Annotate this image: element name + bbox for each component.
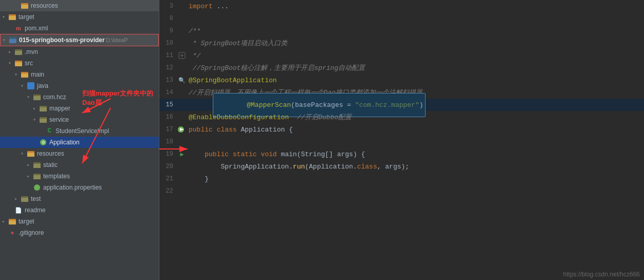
tree-item-comhcz[interactable]: com.hcz <box>0 91 159 103</box>
item-label: mapper <box>49 105 70 112</box>
tree-item-project-root[interactable]: 015-springboot-ssm-provider D:\IdeaP <box>0 34 159 46</box>
folder-icon <box>21 195 29 203</box>
item-label: static <box>43 161 58 169</box>
line-content: import ... <box>187 3 644 10</box>
tree-item-studentserviceimpl[interactable]: C StudentServiceImpl <box>0 125 159 137</box>
file-tree: resources target m pom.xml 015-springboo… <box>0 0 159 280</box>
item-label: templates <box>43 173 70 180</box>
tree-item-appprops[interactable]: application.properties <box>0 182 159 193</box>
line-content: /** <box>187 27 644 35</box>
line-number: 21 <box>159 175 177 182</box>
java-icon <box>27 82 35 90</box>
item-label: java <box>37 82 48 89</box>
item-label: target <box>19 13 34 21</box>
run-icon[interactable]: ▶ <box>180 151 183 158</box>
gitignore-icon: ◈ <box>8 229 16 237</box>
code-line-9: 9 /** <box>159 25 644 37</box>
class-icon: C <box>45 127 53 135</box>
tree-item-test[interactable]: test <box>0 193 159 204</box>
code-line-13: 13 🔍 @SpringBootApplication <box>159 74 644 86</box>
item-label: test <box>31 195 41 202</box>
tree-item-pom[interactable]: m pom.xml <box>0 23 159 34</box>
folder-icon <box>14 48 23 56</box>
line-gutter: 🔍 <box>177 77 187 84</box>
svg-rect-31 <box>9 220 16 225</box>
line-number: 13 <box>159 77 177 84</box>
line-number: 18 <box>159 138 177 145</box>
tree-item-service[interactable]: service <box>0 114 159 125</box>
tree-item-target-bottom[interactable]: target <box>0 216 159 227</box>
svg-rect-12 <box>27 82 34 89</box>
arrow-icon <box>27 94 33 100</box>
tree-item-resources-top[interactable]: resources <box>0 0 159 11</box>
arrow-icon <box>2 14 8 20</box>
svg-rect-22 <box>27 153 34 157</box>
tree-item-main[interactable]: main <box>0 69 159 80</box>
tree-item-src[interactable]: src <box>0 58 159 69</box>
tree-item-application[interactable]: ⚙ Application <box>0 137 159 148</box>
code-line-17: 17 public class Application { <box>159 123 644 136</box>
arrow-icon <box>2 218 8 225</box>
arrow-icon <box>21 151 27 157</box>
svg-rect-24 <box>33 164 41 168</box>
item-label: .mvn <box>25 48 38 55</box>
line-number: 11 <box>159 52 177 59</box>
line-content: public static void main(String[] args) { <box>187 151 644 158</box>
svg-rect-18 <box>40 119 47 123</box>
line-number: 15 <box>159 101 177 108</box>
tree-item-resources-main[interactable]: resources <box>0 148 159 159</box>
tree-item-mvn[interactable]: .mvn <box>0 46 159 58</box>
folder-icon <box>39 116 47 124</box>
item-label: src <box>25 60 33 67</box>
code-line-10: 10 * SpringBoot项目启动入口类 <box>159 37 644 49</box>
code-line-12: 12 //SpringBoot核心注解，主要用于开启spring自动配置 <box>159 62 644 74</box>
item-label: Application <box>49 139 80 146</box>
item-label: main <box>31 71 44 78</box>
folder-icon <box>21 2 29 10</box>
item-label: .gitignore <box>19 229 44 236</box>
arrow-icon <box>27 162 33 168</box>
code-line-3: 3 import ... <box>159 0 644 12</box>
folder-icon <box>33 161 41 169</box>
tree-item-static[interactable]: static <box>0 159 159 171</box>
code-line-16: 16 @EnableDubboConfiguration //开启Dubbo配置 <box>159 111 644 123</box>
line-content: @EnableDubboConfiguration //开启Dubbo配置 <box>187 113 644 122</box>
tree-item-java[interactable]: java <box>0 80 159 91</box>
tree-item-mapper[interactable]: mapper <box>0 103 159 114</box>
arrow-icon <box>3 37 9 43</box>
tree-item-target[interactable]: target <box>0 11 159 23</box>
line-content: @SpringBootApplication <box>187 77 644 84</box>
line-number: 14 <box>159 89 177 96</box>
folder-icon <box>14 59 23 67</box>
tree-item-readme[interactable]: 📄 readme <box>0 204 159 216</box>
item-label: pom.xml <box>25 25 48 32</box>
spring-run-icon <box>177 125 187 134</box>
line-number: 22 <box>159 188 177 195</box>
item-label: application.properties <box>43 184 102 191</box>
arrow-icon <box>14 196 21 202</box>
line-number: 17 <box>159 126 177 133</box>
svg-rect-14 <box>33 96 41 100</box>
line-content: public class Application { <box>187 126 644 134</box>
arrow-icon <box>33 117 39 123</box>
tree-item-gitignore[interactable]: ◈ .gitignore <box>0 227 159 238</box>
tree-item-templates[interactable]: templates <box>0 171 159 182</box>
arrow-icon <box>8 60 14 66</box>
code-line-15: 15 @MapperScan(basePackages = "com.hcz.m… <box>159 99 644 111</box>
line-content: SpringApplication.run(Application.class,… <box>187 163 644 171</box>
svg-rect-9 <box>15 62 22 66</box>
folder-icon <box>33 93 41 101</box>
line-gutter: ▶ <box>177 151 187 158</box>
line-content: * SpringBoot项目启动入口类 <box>187 39 644 48</box>
item-label: 015-springboot-ssm-provider <box>19 36 105 44</box>
arrow-icon <box>33 105 39 111</box>
item-label: readme <box>25 207 46 214</box>
svg-point-27 <box>34 184 40 191</box>
line-number: 8 <box>159 15 177 22</box>
svg-rect-3 <box>9 16 16 20</box>
line-number: 19 <box>159 151 177 158</box>
arrow-icon <box>8 49 14 55</box>
spring-icon: ⚙ <box>39 138 47 146</box>
spring-icon <box>33 183 41 192</box>
svg-text:⚙: ⚙ <box>42 140 45 145</box>
